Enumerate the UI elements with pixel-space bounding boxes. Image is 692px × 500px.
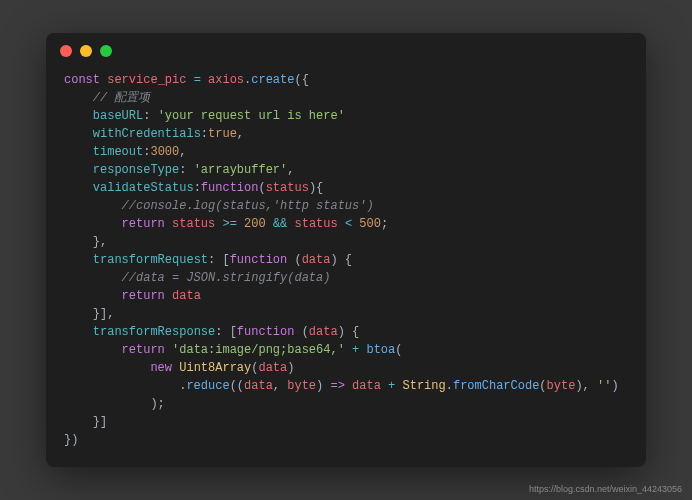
- punct: ((: [230, 379, 244, 393]
- param: data: [302, 253, 331, 267]
- keyword: function: [230, 253, 288, 267]
- punct: }]: [93, 415, 107, 429]
- identifier: axios: [208, 73, 244, 87]
- punct: (: [539, 379, 546, 393]
- identifier: service_pic: [107, 73, 186, 87]
- punct: (: [258, 181, 265, 195]
- punct: ): [611, 379, 618, 393]
- operator: &&: [273, 217, 287, 231]
- function: fromCharCode: [453, 379, 539, 393]
- punct: ){: [309, 181, 323, 195]
- keyword: function: [201, 181, 259, 195]
- param: data: [244, 379, 273, 393]
- punct: ) {: [338, 325, 360, 339]
- property: transformResponse: [93, 325, 215, 339]
- punct: :: [201, 127, 208, 141]
- minimize-icon: [80, 45, 92, 57]
- operator: >=: [222, 217, 236, 231]
- punct: },: [93, 235, 107, 249]
- punct: ): [287, 361, 294, 375]
- keyword: return: [122, 343, 165, 357]
- property: timeout: [93, 145, 143, 159]
- identifier: data: [172, 289, 201, 303]
- punct: : [: [215, 325, 237, 339]
- code-block: const service_pic = axios.create({ // 配置…: [46, 63, 646, 467]
- punct: .: [446, 379, 453, 393]
- string: 'arraybuffer': [194, 163, 288, 177]
- punct: }],: [93, 307, 115, 321]
- property: withCredentials: [93, 127, 201, 141]
- punct: ,: [237, 127, 244, 141]
- punct: :: [179, 163, 193, 177]
- identifier: data: [352, 379, 381, 393]
- operator: =: [194, 73, 201, 87]
- param: byte: [287, 379, 316, 393]
- punct: ),: [575, 379, 597, 393]
- identifier: status: [294, 217, 337, 231]
- identifier: data: [258, 361, 287, 375]
- punct: );: [150, 397, 164, 411]
- function: reduce: [186, 379, 229, 393]
- string: '': [597, 379, 611, 393]
- comment: //data = JSON.stringify(data): [122, 271, 331, 285]
- number: 500: [359, 217, 381, 231]
- class: Uint8Array: [179, 361, 251, 375]
- punct: :: [143, 109, 157, 123]
- punct: }): [64, 433, 78, 447]
- property: baseURL: [93, 109, 143, 123]
- punct: ({: [294, 73, 308, 87]
- punct: :: [194, 181, 201, 195]
- number: 200: [244, 217, 266, 231]
- punct: (: [302, 325, 309, 339]
- watermark-text: https://blog.csdn.net/weixin_44243056: [529, 484, 682, 494]
- boolean: true: [208, 127, 237, 141]
- property: responseType: [93, 163, 179, 177]
- punct: (: [294, 253, 301, 267]
- identifier: byte: [547, 379, 576, 393]
- keyword: return: [122, 289, 165, 303]
- comment: // 配置项: [93, 91, 151, 105]
- punct: ,: [179, 145, 186, 159]
- comment: //console.log(status,'http status'): [122, 199, 374, 213]
- code-window: const service_pic = axios.create({ // 配置…: [46, 33, 646, 467]
- operator: +: [352, 343, 359, 357]
- string: 'your request url is here': [158, 109, 345, 123]
- identifier: status: [172, 217, 215, 231]
- punct: ;: [381, 217, 388, 231]
- param: data: [309, 325, 338, 339]
- operator: <: [345, 217, 352, 231]
- number: 3000: [150, 145, 179, 159]
- arrow: =>: [330, 379, 344, 393]
- property: validateStatus: [93, 181, 194, 195]
- punct: ) {: [330, 253, 352, 267]
- keyword: return: [122, 217, 165, 231]
- param: status: [266, 181, 309, 195]
- keyword: const: [64, 73, 100, 87]
- operator: +: [388, 379, 395, 393]
- punct: ,: [287, 163, 294, 177]
- keyword: new: [150, 361, 172, 375]
- string: 'data:image/png;base64,': [172, 343, 345, 357]
- maximize-icon: [100, 45, 112, 57]
- class: String: [403, 379, 446, 393]
- window-titlebar: [46, 33, 646, 63]
- function: create: [251, 73, 294, 87]
- punct: ,: [273, 379, 287, 393]
- property: transformRequest: [93, 253, 208, 267]
- punct: ): [316, 379, 330, 393]
- function: btoa: [366, 343, 395, 357]
- punct: : [: [208, 253, 230, 267]
- keyword: function: [237, 325, 295, 339]
- close-icon: [60, 45, 72, 57]
- punct: (: [395, 343, 402, 357]
